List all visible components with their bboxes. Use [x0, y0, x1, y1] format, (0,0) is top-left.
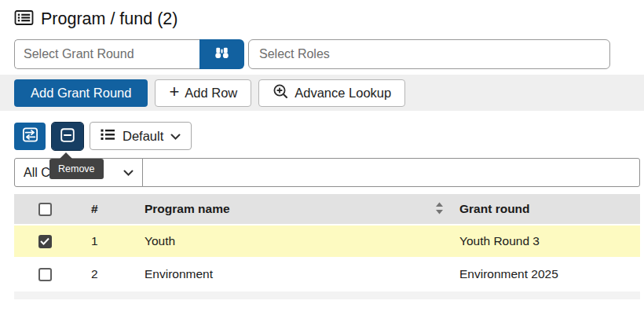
transfer-rows-button[interactable]: [14, 123, 46, 150]
row-program-cell: Environment: [129, 267, 452, 281]
row-checkbox-cell: [14, 268, 75, 281]
column-filter-row: All Columns: [14, 158, 640, 187]
row-number: 1: [75, 234, 129, 248]
page-header: Program / fund (2): [0, 0, 644, 29]
add-row-button[interactable]: + Add Row: [155, 79, 251, 107]
remove-row-button[interactable]: [52, 123, 83, 150]
select-all-checkbox[interactable]: [38, 203, 52, 216]
add-row-label: Add Row: [185, 86, 237, 101]
sort-icon: [435, 202, 444, 217]
plus-icon: +: [169, 83, 179, 101]
view-selector-button[interactable]: Default: [90, 122, 192, 150]
tooltip-label: Remove: [58, 163, 95, 174]
program-fund-page: Program / fund (2) Add Grant Round: [0, 0, 644, 319]
row-program: Environment: [145, 267, 213, 281]
row-grant-round: Youth Round 3: [452, 234, 640, 248]
filters-row: [14, 39, 644, 69]
grant-round-input[interactable]: [14, 39, 199, 69]
advance-lookup-button[interactable]: Advance Lookup: [258, 79, 405, 107]
remove-tooltip: Remove: [49, 159, 104, 179]
program-fund-table: # Program name Grant round: [14, 194, 640, 299]
table-row: 2 Environment Environment 2025: [14, 257, 640, 290]
view-selector-label: Default: [123, 129, 163, 144]
list-alt-icon: [14, 9, 34, 29]
header-checkbox-cell: [14, 203, 75, 216]
table-footer-strip: [14, 292, 640, 299]
row-program-cell: Youth: [129, 234, 452, 248]
header-program-cell: Program name: [129, 200, 452, 218]
header-grant-round: Grant round: [452, 202, 640, 216]
row-checkbox[interactable]: [38, 268, 52, 281]
row-checkbox-cell: [14, 235, 75, 248]
row-checkbox[interactable]: [38, 235, 52, 248]
page-title: Program / fund (2): [41, 9, 177, 29]
add-grant-round-button[interactable]: Add Grant Round: [14, 79, 148, 107]
header-number: #: [75, 202, 129, 216]
roles-input[interactable]: [248, 39, 610, 69]
lookup-button[interactable]: [199, 39, 244, 69]
row-grant-round: Environment 2025: [452, 267, 640, 281]
table-header-row: # Program name Grant round: [14, 194, 640, 224]
chevron-down-icon: [170, 129, 181, 144]
chevron-down-icon: [123, 166, 134, 180]
advance-lookup-label: Advance Lookup: [295, 86, 391, 101]
header-program-label: Program name: [145, 202, 230, 216]
row-program: Youth: [145, 234, 175, 248]
grid-toolbar: Remove Default: [14, 122, 644, 150]
minus-square-icon: [59, 126, 76, 146]
binoculars-icon: [213, 44, 231, 64]
remove-button-wrap: Remove: [52, 123, 83, 150]
actions-strip: Add Grant Round + Add Row Advance Lookup: [0, 75, 644, 111]
view-list-icon: [101, 128, 115, 144]
row-number: 2: [75, 267, 129, 281]
tooltip-arrow: [60, 152, 72, 159]
grant-round-lookup-group: [14, 39, 244, 69]
sort-button[interactable]: [434, 200, 445, 218]
zoom-plus-icon: [273, 83, 289, 103]
table-row: 1 Youth Youth Round 3: [14, 224, 640, 257]
transfer-rows-icon: [21, 126, 39, 146]
table-search-input[interactable]: [142, 158, 640, 187]
